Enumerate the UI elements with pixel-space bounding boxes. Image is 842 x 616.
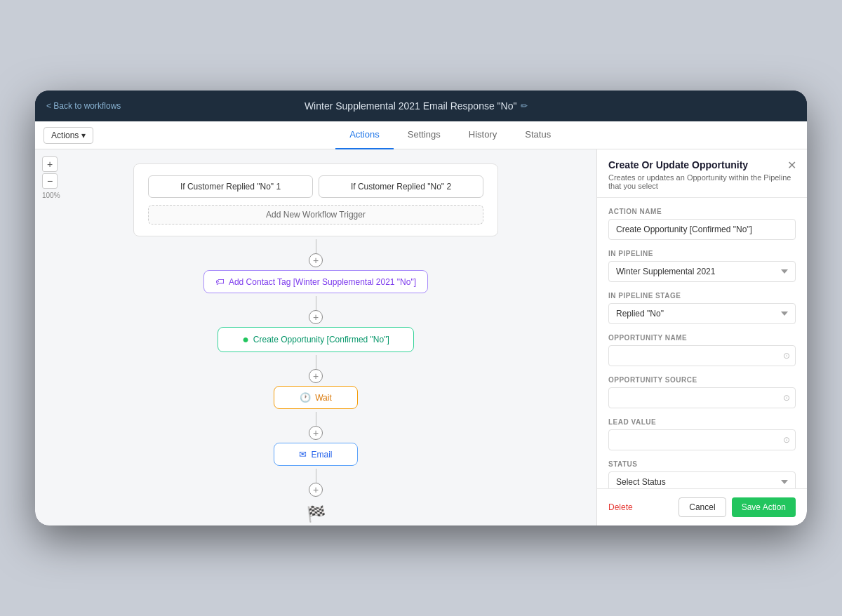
connector-line-5 <box>316 469 316 483</box>
close-panel-button[interactable]: ✕ <box>784 158 798 172</box>
right-panel: Create Or Update Opportunity Creates or … <box>596 149 807 525</box>
cancel-button[interactable]: Cancel <box>679 497 726 517</box>
lead-value-icon: ⊙ <box>783 435 790 445</box>
in-pipeline-stage-label: IN PIPELINE STAGE <box>608 292 796 300</box>
tab-actions[interactable]: Actions <box>335 121 394 149</box>
connector-line <box>316 239 316 253</box>
trigger-row: If Customer Replied "No" 1 If Customer R… <box>148 175 483 198</box>
tag-action-label: Add Contact Tag [Winter Supplemental 202… <box>229 277 416 287</box>
zoom-out-button[interactable]: − <box>42 173 58 189</box>
edit-icon[interactable]: ✏ <box>521 101 528 111</box>
opportunity-name-field-wrapper: ⊙ <box>608 345 796 366</box>
opportunity-source-label: OPPORTUNITY SOURCE <box>608 376 796 384</box>
action-name-label: ACTION NAME <box>608 208 796 215</box>
delete-button[interactable]: Delete <box>608 502 633 512</box>
in-pipeline-field-group: IN PIPELINE Winter Supplemental 2021 <box>608 250 796 282</box>
add-step-button-5[interactable]: + <box>309 483 323 497</box>
add-step-button-4[interactable]: + <box>309 426 323 440</box>
zoom-in-button[interactable]: + <box>42 156 58 172</box>
trigger-area: If Customer Replied "No" 1 If Customer R… <box>133 163 498 236</box>
opportunity-source-icon: ⊙ <box>783 393 790 403</box>
panel-title: Create Or Update Opportunity <box>608 159 796 170</box>
device-frame: < Back to workflows Winter Supplemental … <box>35 91 807 525</box>
connector-2: + <box>309 296 323 324</box>
connector-line-4 <box>316 412 316 426</box>
lead-value-label: LEAD VALUE <box>608 418 796 426</box>
workflow-canvas: + − 100% If Customer Replied "No" 1 If C… <box>35 149 596 525</box>
wait-icon: 🕐 <box>300 392 311 403</box>
tab-list: Actions Settings History Status <box>93 121 807 149</box>
opportunity-action-label: Create Opportunity [Confirmed "No"] <box>253 335 389 344</box>
email-action-node[interactable]: ✉ Email <box>274 443 358 466</box>
connector-3: + <box>309 355 323 383</box>
opportunity-icon: ● <box>242 333 249 346</box>
email-action-label: Email <box>311 450 332 460</box>
lead-value-field-wrapper: ⊙ <box>608 429 796 450</box>
status-label: STATUS <box>608 460 796 468</box>
email-icon: ✉ <box>299 449 307 460</box>
status-field-group: STATUS Select Status <box>608 460 796 488</box>
workflow-content: If Customer Replied "No" 1 If Customer R… <box>35 149 596 525</box>
opportunity-source-field-group: OPPORTUNITY SOURCE ⊙ <box>608 376 796 408</box>
panel-footer: Delete Cancel Save Action <box>597 488 807 525</box>
tag-icon: 🏷 <box>215 276 225 287</box>
workflow-title: Winter Supplemental 2021 Email Response … <box>121 100 711 112</box>
content-area: + − 100% If Customer Replied "No" 1 If C… <box>35 149 807 525</box>
connector-1: + <box>309 239 323 267</box>
add-step-button-2[interactable]: + <box>309 310 323 324</box>
actions-dropdown-button[interactable]: Actions ▾ <box>44 127 93 144</box>
opportunity-name-input[interactable] <box>608 345 796 366</box>
lead-value-field-group: LEAD VALUE ⊙ <box>608 418 796 450</box>
trigger-node-1[interactable]: If Customer Replied "No" 1 <box>148 175 313 198</box>
panel-subtitle: Creates or updates an Opportunity within… <box>608 173 796 190</box>
connector-line-3 <box>316 355 316 369</box>
action-name-input[interactable] <box>608 219 796 240</box>
in-pipeline-label: IN PIPELINE <box>608 250 796 257</box>
action-name-field-group: ACTION NAME <box>608 208 796 240</box>
tag-action-node[interactable]: 🏷 Add Contact Tag [Winter Supplemental 2… <box>203 270 428 293</box>
panel-header: Create Or Update Opportunity Creates or … <box>597 149 807 198</box>
back-link[interactable]: < Back to workflows <box>46 101 121 111</box>
tab-bar: Actions ▾ Actions Settings History Statu… <box>35 121 807 149</box>
zoom-label: 100% <box>42 192 60 199</box>
connector-line-2 <box>316 296 316 310</box>
opportunity-source-field-wrapper: ⊙ <box>608 387 796 408</box>
workflow-title-text: Winter Supplemental 2021 Email Response … <box>305 100 517 112</box>
lead-value-input[interactable] <box>608 429 796 450</box>
add-step-button-3[interactable]: + <box>309 369 323 383</box>
connector-4: + <box>309 412 323 440</box>
opportunity-name-icon: ⊙ <box>783 351 790 361</box>
top-bar: < Back to workflows Winter Supplemental … <box>35 91 807 121</box>
save-action-button[interactable]: Save Action <box>732 497 796 517</box>
add-trigger-button[interactable]: Add New Workflow Trigger <box>148 205 483 225</box>
in-pipeline-stage-select[interactable]: Replied "No" <box>608 303 796 324</box>
wait-action-label: Wait <box>315 393 332 403</box>
footer-actions: Cancel Save Action <box>679 497 796 517</box>
finish-flag: 🏁 <box>307 505 326 523</box>
opportunity-name-field-group: OPPORTUNITY NAME ⊙ <box>608 334 796 366</box>
tab-settings[interactable]: Settings <box>394 121 455 149</box>
add-step-button-1[interactable]: + <box>309 253 323 267</box>
zoom-controls: + − 100% <box>42 156 60 199</box>
opportunity-action-node[interactable]: ● Create Opportunity [Confirmed "No"] <box>218 327 414 352</box>
opportunity-source-input[interactable] <box>608 387 796 408</box>
actions-btn-label: Actions <box>51 130 79 140</box>
status-select[interactable]: Select Status <box>608 471 796 488</box>
panel-body: ACTION NAME IN PIPELINE Winter Supplemen… <box>597 198 807 488</box>
wait-action-node[interactable]: 🕐 Wait <box>274 386 358 409</box>
chevron-down-icon: ▾ <box>81 130 86 140</box>
in-pipeline-stage-field-group: IN PIPELINE STAGE Replied "No" <box>608 292 796 324</box>
in-pipeline-select[interactable]: Winter Supplemental 2021 <box>608 261 796 282</box>
opportunity-name-label: OPPORTUNITY NAME <box>608 334 796 342</box>
connector-5: + <box>309 469 323 497</box>
tab-history[interactable]: History <box>455 121 511 149</box>
tab-status[interactable]: Status <box>511 121 565 149</box>
trigger-node-2[interactable]: If Customer Replied "No" 2 <box>319 175 483 198</box>
